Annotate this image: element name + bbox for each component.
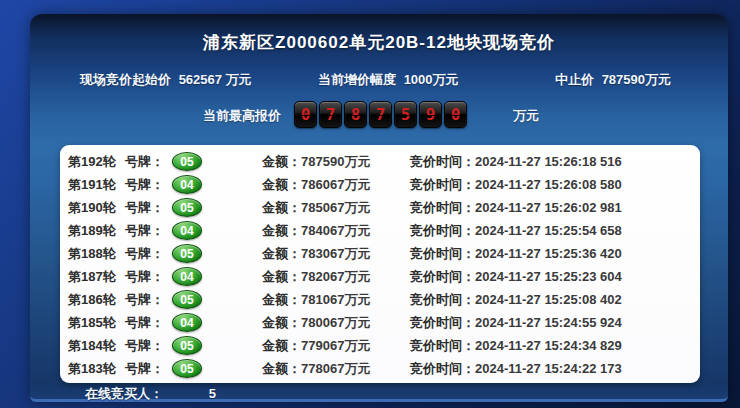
time-value: 2024-11-27 15:25:36 420 [475,246,622,261]
bid-time: 竞价时间：2024-11-27 15:26:08 580 [410,173,622,196]
bid-digit-box: 7 [319,101,342,128]
highest-bid-display: 0 7 8 7 5 9 0 [294,101,467,128]
amount-value: 785067万元 [301,200,370,215]
time-label: 竞价时间： [410,361,475,376]
bid-amount: 金额：782067万元 [262,265,370,288]
paddle-label: 号牌： [125,173,164,196]
paddle-badge-wrap: 04 [172,173,202,196]
amount-value: 782067万元 [301,269,370,284]
paddle-label: 号牌： [125,357,164,380]
time-value: 2024-11-27 15:26:18 516 [475,154,622,169]
paddle-number-badge: 04 [172,313,202,332]
round-number: 第191轮 [68,173,116,196]
time-value: 2024-11-27 15:24:55 924 [475,315,622,330]
bid-time: 竞价时间：2024-11-27 15:25:08 402 [410,288,622,311]
bid-amount: 金额：783067万元 [262,242,370,265]
amount-label: 金额： [262,246,301,261]
bid-time: 竞价时间：2024-11-27 15:25:36 420 [410,242,622,265]
auction-screen: 浦东新区Z000602单元20B-12地块现场竞价 现场竞价起始价 562567… [0,0,740,408]
paddle-badge-wrap: 05 [172,288,202,311]
paddle-label: 号牌： [125,150,164,173]
paddle-number-badge: 05 [172,198,202,217]
paddle-number-badge: 04 [172,175,202,194]
amount-label: 金额： [262,315,301,330]
paddle-label: 号牌： [125,219,164,242]
amount-label: 金额： [262,361,301,376]
stop-price-value: 787590万元 [602,72,671,87]
table-row: 第186轮 号牌： 05 金额：781067万元 竞价时间：2024-11-27… [60,288,700,311]
bid-table-body: 第192轮 号牌： 05 金额：787590万元 竞价时间：2024-11-27… [60,150,700,380]
time-label: 竞价时间： [410,154,475,169]
time-label: 竞价时间： [410,200,475,215]
round-number: 第184轮 [68,334,116,357]
bid-time: 竞价时间：2024-11-27 15:25:54 658 [410,219,622,242]
increment: 当前增价幅度 1000万元 [318,71,459,89]
bid-history-table: 第192轮 号牌： 05 金额：787590万元 竞价时间：2024-11-27… [60,145,700,383]
amount-value: 779067万元 [301,338,370,353]
highest-bid-unit: 万元 [513,107,539,125]
paddle-label: 号牌： [125,242,164,265]
amount-label: 金额： [262,177,301,192]
round-number: 第186轮 [68,288,116,311]
round-number: 第187轮 [68,265,116,288]
table-row: 第188轮 号牌： 05 金额：783067万元 竞价时间：2024-11-27… [60,242,700,265]
time-value: 2024-11-27 15:25:08 402 [475,292,622,307]
time-value: 2024-11-27 15:25:54 658 [475,223,622,238]
bid-time: 竞价时间：2024-11-27 15:24:55 924 [410,311,622,334]
highest-bid-label: 当前最高报价 [203,107,281,125]
table-row: 第183轮 号牌： 05 金额：778067万元 竞价时间：2024-11-27… [60,357,700,380]
bid-digit-box: 8 [344,101,367,128]
paddle-number-badge: 04 [172,221,202,240]
time-value: 2024-11-27 15:26:08 580 [475,177,622,192]
table-row: 第184轮 号牌： 05 金额：779067万元 竞价时间：2024-11-27… [60,334,700,357]
paddle-number-badge: 05 [172,152,202,171]
time-value: 2024-11-27 15:25:23 604 [475,269,622,284]
start-price-label: 现场竞价起始价 [80,72,171,87]
round-number: 第185轮 [68,311,116,334]
time-label: 竞价时间： [410,338,475,353]
amount-label: 金额： [262,200,301,215]
paddle-label: 号牌： [125,334,164,357]
paddle-label: 号牌： [125,265,164,288]
bid-time: 竞价时间：2024-11-27 15:26:02 981 [410,196,622,219]
amount-label: 金额： [262,154,301,169]
page-title: 浦东新区Z000602单元20B-12地块现场竞价 [30,31,728,54]
bid-amount: 金额：784067万元 [262,219,370,242]
time-label: 竞价时间： [410,246,475,261]
amount-value: 783067万元 [301,246,370,261]
paddle-badge-wrap: 05 [172,196,202,219]
bid-time: 竞价时间：2024-11-27 15:26:18 516 [410,150,622,173]
amount-label: 金额： [262,292,301,307]
time-label: 竞价时间： [410,177,475,192]
table-row: 第189轮 号牌： 04 金额：784067万元 竞价时间：2024-11-27… [60,219,700,242]
paddle-badge-wrap: 05 [172,334,202,357]
bid-digit-box: 0 [294,101,317,128]
paddle-number-badge: 05 [172,290,202,309]
paddle-number-badge: 04 [172,267,202,286]
bid-digit-box: 5 [394,101,417,128]
amount-value: 786067万元 [301,177,370,192]
bid-amount: 金额：780067万元 [262,311,370,334]
bid-time: 竞价时间：2024-11-27 15:25:23 604 [410,265,622,288]
time-label: 竞价时间： [410,315,475,330]
bid-amount: 金额：786067万元 [262,173,370,196]
paddle-number-badge: 05 [172,336,202,355]
stop-price: 中止价 787590万元 [555,71,671,89]
paddle-label: 号牌： [125,196,164,219]
paddle-number-badge: 05 [172,244,202,263]
increment-label: 当前增价幅度 [318,72,396,87]
amount-value: 778067万元 [301,361,370,376]
bid-amount: 金额：778067万元 [262,357,370,380]
start-price: 现场竞价起始价 562567 万元 [80,71,252,89]
amount-label: 金额： [262,338,301,353]
stop-price-label: 中止价 [555,72,594,87]
paddle-label: 号牌： [125,311,164,334]
amount-value: 781067万元 [301,292,370,307]
increment-value: 1000万元 [404,72,459,87]
amount-value: 787590万元 [301,154,370,169]
start-price-value: 562567 万元 [179,72,252,87]
paddle-number-badge: 05 [172,359,202,378]
time-value: 2024-11-27 15:24:22 173 [475,361,622,376]
paddle-badge-wrap: 04 [172,219,202,242]
table-row: 第190轮 号牌： 05 金额：785067万元 竞价时间：2024-11-27… [60,196,700,219]
